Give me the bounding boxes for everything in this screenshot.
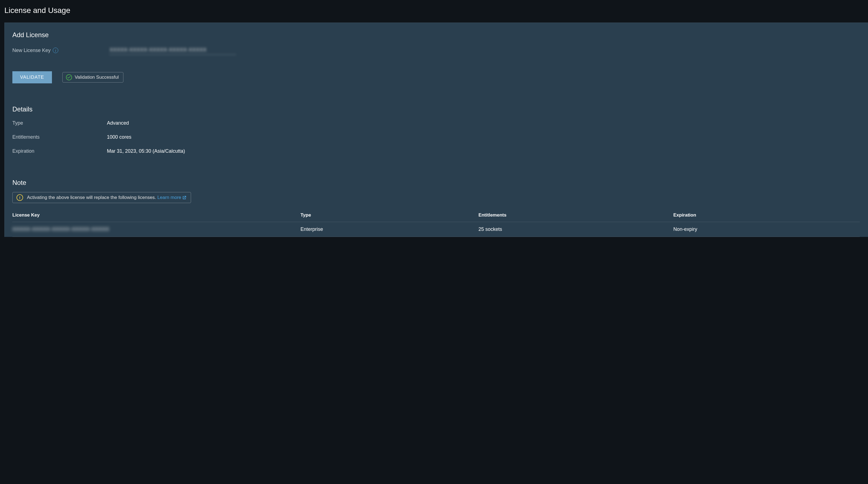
new-license-key-row: New License Key i [12,46,860,55]
check-circle-icon [66,74,72,80]
cell-type: Enterprise [301,222,478,237]
cell-expiration: Non-expiry [673,222,860,237]
license-table: License Key Type Entitlements Expiration… [12,209,860,237]
new-license-key-label-text: New License Key [12,48,51,53]
details-type-row: Type Advanced [12,120,860,126]
learn-more-link[interactable]: Learn more [157,195,186,200]
cell-entitlements: 25 sockets [478,222,673,237]
page-title: License and Usage [0,0,868,23]
warning-icon: ! [17,194,23,201]
table-header-row: License Key Type Entitlements Expiration [12,209,860,222]
details-expiration-row: Expiration Mar 31, 2023, 05:30 (Asia/Cal… [12,148,860,154]
info-icon[interactable]: i [53,48,58,53]
validation-status-badge: Validation Successful [62,72,123,83]
details-type-label: Type [12,120,107,126]
col-license-key: License Key [12,209,301,222]
table-row: XXXXX-XXXXX-XXXXX-XXXXX-XXXXX Enterprise… [12,222,860,237]
license-panel: Add License New License Key i VALIDATE V… [4,23,868,237]
details-section: Details Type Advanced Entitlements 1000 … [12,105,860,154]
cell-license-key: XXXXX-XXXXX-XXXXX-XXXXX-XXXXX [12,222,301,237]
details-heading: Details [12,105,860,113]
details-entitlements-value: 1000 cores [107,134,131,140]
details-expiration-label: Expiration [12,148,107,154]
validate-button[interactable]: VALIDATE [12,71,52,83]
note-message: Activating the above license will replac… [27,195,156,200]
col-expiration: Expiration [673,209,860,222]
col-entitlements: Entitlements [478,209,673,222]
details-entitlements-row: Entitlements 1000 cores [12,134,860,140]
details-expiration-value: Mar 31, 2023, 05:30 (Asia/Calcutta) [107,148,185,154]
external-link-icon [182,196,186,200]
add-license-heading: Add License [12,31,860,39]
learn-more-text: Learn more [157,195,181,200]
col-type: Type [301,209,478,222]
details-type-value: Advanced [107,120,129,126]
validation-status-text: Validation Successful [75,75,119,80]
note-box: ! Activating the above license will repl… [12,192,191,203]
validate-row: VALIDATE Validation Successful [12,71,860,83]
details-entitlements-label: Entitlements [12,134,107,140]
new-license-key-label: New License Key i [12,48,109,53]
license-key-input[interactable] [109,46,236,55]
note-heading: Note [12,179,860,187]
